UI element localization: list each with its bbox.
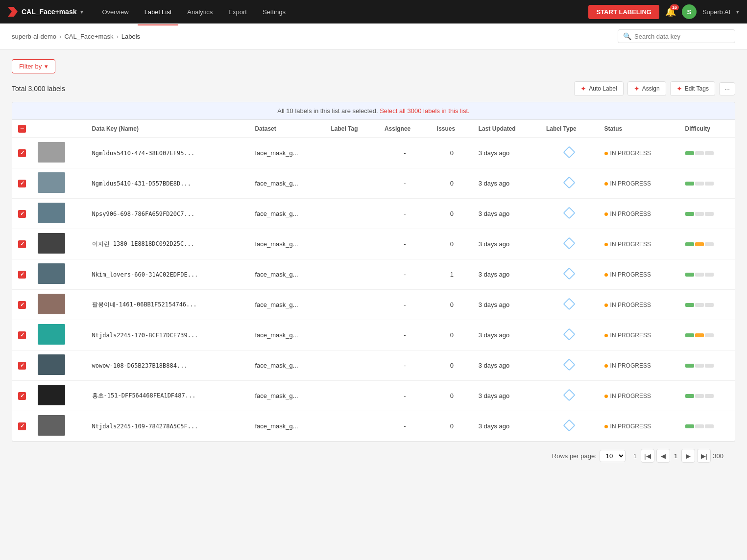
row-checkbox-cell[interactable]	[12, 320, 32, 350]
row-checkbox-cell[interactable]	[12, 168, 32, 199]
row-checkbox[interactable]	[18, 362, 26, 370]
row-status: IN PROGRESS	[599, 199, 679, 229]
row-status: IN PROGRESS	[599, 320, 679, 350]
row-thumbnail-cell	[32, 381, 86, 411]
row-data-key[interactable]: Npsy906-698-786FA659FD20C7...	[86, 199, 249, 229]
row-issues: 0	[431, 290, 473, 320]
row-checkbox[interactable]	[18, 149, 26, 157]
difficulty-segment	[695, 303, 704, 307]
row-status: IN PROGRESS	[599, 350, 679, 381]
row-data-key[interactable]: Ntjdals2245-109-784278A5C5F...	[86, 411, 249, 442]
row-assignee: -	[379, 229, 431, 259]
select-all-link[interactable]: Select all 3000 labels in this list.	[380, 107, 470, 115]
col-dataset[interactable]: Dataset	[249, 120, 325, 138]
difficulty-bar	[685, 151, 729, 155]
difficulty-bar	[685, 273, 729, 277]
row-checkbox[interactable]	[18, 210, 26, 218]
row-checkbox[interactable]	[18, 180, 26, 187]
notifications-button[interactable]: 🔔 16	[665, 6, 676, 17]
row-difficulty	[679, 199, 735, 229]
logo-chevron-icon: ▾	[80, 9, 83, 15]
row-checkbox-cell[interactable]	[12, 411, 32, 442]
row-data-key[interactable]: wowow-108-D65B237B18B884...	[86, 350, 249, 381]
row-data-key[interactable]: Ngmldus5410-474-38E007EF95...	[86, 138, 249, 168]
search-box[interactable]: 🔍	[618, 29, 735, 43]
row-dataset: face_mask_g...	[249, 411, 325, 442]
row-checkbox-cell[interactable]	[12, 381, 32, 411]
nav-item-export[interactable]: Export	[221, 5, 254, 19]
edit-tags-label: Edit Tags	[685, 85, 709, 92]
notification-badge: 16	[670, 4, 679, 10]
row-status: IN PROGRESS	[599, 229, 679, 259]
row-difficulty	[679, 381, 735, 411]
difficulty-segment	[695, 151, 704, 155]
row-data-key[interactable]: 이지런-1380-1E8818DC092D25C...	[86, 229, 249, 259]
more-options-button[interactable]: ···	[719, 82, 735, 95]
col-status[interactable]: Status	[599, 120, 679, 138]
table-actions-row: Total 3,000 labels ✦ Auto Label ✦ Assign…	[12, 81, 735, 96]
row-checkbox[interactable]	[18, 331, 26, 339]
row-data-key[interactable]: 홍초-151-DFF564468FEA1DF487...	[86, 381, 249, 411]
status-dot	[604, 152, 608, 155]
row-checkbox[interactable]	[18, 271, 26, 279]
col-issues[interactable]: Issues	[431, 120, 473, 138]
col-data-key[interactable]: Data Key (Name)	[86, 120, 249, 138]
col-difficulty[interactable]: Difficulty	[679, 120, 735, 138]
row-checkbox-cell[interactable]	[12, 259, 32, 290]
row-data-key[interactable]: Ntjdals2245-170-BCF17DCE739...	[86, 320, 249, 350]
row-data-key[interactable]: Nkim_lovers-660-31AC02EDFDE...	[86, 259, 249, 290]
row-checkbox-cell[interactable]	[12, 138, 32, 168]
row-checkbox[interactable]	[18, 392, 26, 400]
row-checkbox[interactable]	[18, 240, 26, 248]
status-badge: IN PROGRESS	[604, 423, 651, 430]
prev-page-button[interactable]: ◀	[656, 449, 670, 463]
start-labeling-button[interactable]: START LABELING	[588, 5, 659, 19]
row-data-key[interactable]: Ngmldus5410-431-D557BDE8D...	[86, 168, 249, 199]
edit-tags-icon: ✦	[676, 85, 682, 93]
row-checkbox[interactable]	[18, 301, 26, 309]
row-data-key[interactable]: 팔봉이네-1461-06BB1F52154746...	[86, 290, 249, 320]
col-assignee[interactable]: Assignee	[379, 120, 431, 138]
difficulty-segment	[705, 151, 714, 155]
assign-button[interactable]: ✦ Assign	[627, 81, 666, 96]
difficulty-segment	[695, 364, 704, 368]
search-icon: 🔍	[623, 32, 631, 40]
user-avatar[interactable]: S	[682, 4, 697, 19]
row-thumbnail	[38, 324, 65, 345]
row-status: IN PROGRESS	[599, 381, 679, 411]
auto-label-icon: ✦	[580, 85, 586, 93]
auto-label-button[interactable]: ✦ Auto Label	[574, 81, 623, 96]
nav-item-analytics[interactable]: Analytics	[180, 5, 219, 19]
difficulty-bar	[685, 303, 729, 307]
filter-by-button[interactable]: Filter by ▾	[12, 59, 55, 73]
row-assignee: -	[379, 168, 431, 199]
header-checkbox[interactable]	[18, 125, 26, 133]
breadcrumb-bar: superb-ai-demo › CAL_Face+mask › Labels …	[0, 23, 747, 49]
rows-per-page-select[interactable]: 10 25 50	[600, 450, 626, 462]
breadcrumb-project[interactable]: CAL_Face+mask	[64, 33, 113, 40]
selection-banner: All 10 labels in this list are selected.…	[12, 102, 735, 120]
row-checkbox-cell[interactable]	[12, 199, 32, 229]
nav-item-overview[interactable]: Overview	[95, 5, 135, 19]
col-last-updated[interactable]: Last Updated	[473, 120, 540, 138]
app-logo[interactable]: CAL_Face+mask ▾	[8, 7, 83, 17]
nav-item-label-list[interactable]: Label List	[138, 5, 179, 19]
user-name[interactable]: Superb AI	[702, 8, 730, 16]
row-checkbox-cell[interactable]	[12, 229, 32, 259]
row-checkbox[interactable]	[18, 422, 26, 430]
breadcrumb-superb-ai-demo[interactable]: superb-ai-demo	[12, 33, 56, 40]
nav-item-settings[interactable]: Settings	[256, 5, 292, 19]
first-page-button[interactable]: |◀	[641, 449, 654, 463]
last-page-button[interactable]: ▶|	[697, 449, 711, 463]
edit-tags-button[interactable]: ✦ Edit Tags	[670, 81, 715, 96]
table-row: Npsy906-698-786FA659FD20C7...face_mask_g…	[12, 199, 735, 229]
next-page-button[interactable]: ▶	[681, 449, 695, 463]
col-label-tag[interactable]: Label Tag	[325, 120, 379, 138]
search-input[interactable]	[634, 33, 730, 40]
row-checkbox-cell[interactable]	[12, 290, 32, 320]
row-checkbox-cell[interactable]	[12, 350, 32, 381]
col-label-type[interactable]: Label Type	[540, 120, 599, 138]
select-all-checkbox-header[interactable]	[12, 120, 32, 138]
table-row: Ntjdals2245-109-784278A5C5F...face_mask_…	[12, 411, 735, 442]
row-label-tag	[325, 290, 379, 320]
